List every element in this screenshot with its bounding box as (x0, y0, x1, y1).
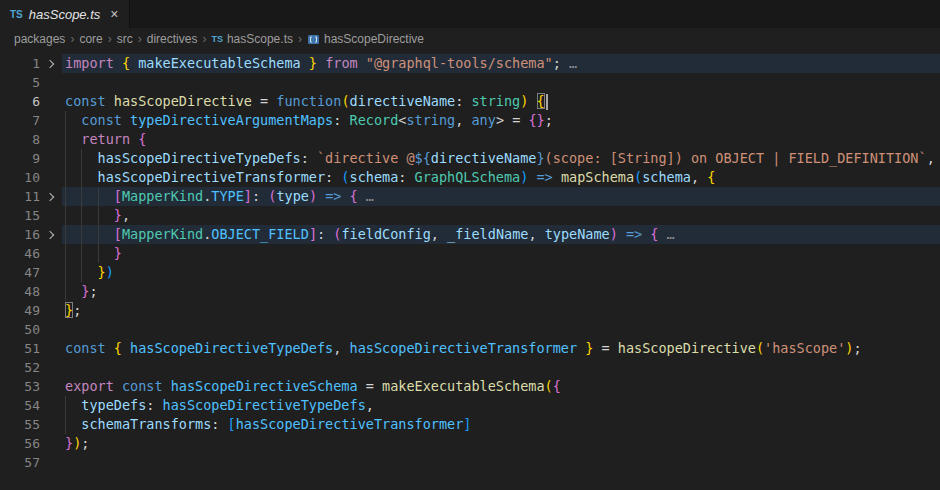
code-line[interactable]: 16 [MapperKind.OBJECT_FIELD]: (fieldConf… (0, 225, 940, 244)
code-line-content[interactable] (62, 320, 940, 339)
breadcrumb-item-hasscopedirective[interactable]: hasScopeDirective (307, 32, 424, 46)
fold-gutter (40, 263, 62, 282)
code-line-content[interactable]: const typeDirectiveArgumentMaps: Record<… (62, 111, 940, 130)
code-line-content[interactable]: }); (62, 434, 940, 453)
code-token: } (114, 207, 122, 223)
code-line-content[interactable]: }, (62, 206, 940, 225)
code-token: ( (756, 340, 764, 356)
code-line-content[interactable]: }) (62, 263, 940, 282)
code-token: hasScopeDirectiveTransformer (236, 416, 464, 432)
code-line-content[interactable]: } (62, 244, 940, 263)
code-line-content[interactable]: import { makeExecutableSchema } from "@g… (62, 54, 940, 73)
fold-chevron-icon[interactable] (40, 54, 62, 73)
code-line-content[interactable]: typeDefs: hasScopeDirectiveTypeDefs, (62, 396, 940, 415)
code-line[interactable]: 46 } (0, 244, 940, 263)
indent-guide (98, 244, 99, 263)
code-token: string (406, 112, 455, 128)
code-token (65, 131, 81, 147)
code-token: : (455, 93, 471, 109)
code-line[interactable]: 15 }, (0, 206, 940, 225)
code-line[interactable]: 50 (0, 320, 940, 339)
code-token: ) (520, 93, 536, 109)
indent-guide (65, 263, 66, 282)
indent-guide (81, 168, 82, 187)
editor[interactable]: 1import { makeExecutableSchema } from "@… (0, 50, 940, 490)
code-line[interactable]: 6const hasScopeDirective = function(dire… (0, 92, 940, 111)
code-line[interactable]: 52 (0, 358, 940, 377)
code-line[interactable]: 11 [MapperKind.TYPE]: (type) => { … (0, 187, 940, 206)
breadcrumb-item-src[interactable]: src (117, 32, 133, 46)
line-number: 15 (0, 206, 40, 225)
breadcrumb-item-core[interactable]: core (79, 32, 102, 46)
indent-guide (81, 225, 82, 244)
code-line-content[interactable]: }; (62, 301, 940, 320)
code-line-content[interactable]: }; (62, 282, 940, 301)
code-line-content[interactable]: const hasScopeDirective = function(direc… (62, 92, 940, 111)
fold-gutter (40, 453, 62, 472)
code-line-content[interactable] (62, 453, 940, 472)
code-line-content[interactable]: hasScopeDirectiveTypeDefs: `directive @$… (62, 149, 940, 168)
code-token: schemaTransforms (81, 416, 211, 432)
code-token: => (317, 188, 350, 204)
code-token: [ (114, 188, 122, 204)
code-line[interactable]: 48 }; (0, 282, 940, 301)
breadcrumb-item-hasscope-ts[interactable]: TShasScope.ts (211, 32, 293, 46)
code-token: typeDefs (81, 397, 146, 413)
code-line-content[interactable] (62, 358, 940, 377)
code-line-content[interactable] (62, 73, 940, 92)
code-token (65, 245, 114, 261)
code-token: ; (853, 340, 861, 356)
tab-hasscope[interactable]: TS hasScope.ts × (0, 0, 130, 28)
fold-gutter (40, 130, 62, 149)
code-line[interactable]: 56}); (0, 434, 940, 453)
code-line[interactable]: 57 (0, 453, 940, 472)
code-line[interactable]: 51const { hasScopeDirectiveTypeDefs, has… (0, 339, 940, 358)
line-number: 52 (0, 358, 40, 377)
line-number: 1 (0, 54, 40, 73)
code-line[interactable]: 53export const hasScopeDirectiveSchema =… (0, 377, 940, 396)
code-line-content[interactable]: [MapperKind.TYPE]: (type) => { … (62, 187, 940, 206)
code-line-content[interactable]: export const hasScopeDirectiveSchema = m… (62, 377, 940, 396)
code-token: { (350, 188, 358, 204)
code-line[interactable]: 1import { makeExecutableSchema } from "@… (0, 54, 940, 73)
code-line[interactable]: 9 hasScopeDirectiveTypeDefs: `directive … (0, 149, 940, 168)
code-token: … (358, 188, 374, 204)
code-token: const (81, 112, 130, 128)
code-token: : (398, 169, 414, 185)
code-token: ) (309, 188, 317, 204)
code-line-content[interactable]: schemaTransforms: [hasScopeDirectiveTran… (62, 415, 940, 434)
code-line[interactable]: 55 schemaTransforms: [hasScopeDirectiveT… (0, 415, 940, 434)
code-line-content[interactable]: const { hasScopeDirectiveTypeDefs, hasSc… (62, 339, 940, 358)
breadcrumb-item-packages[interactable]: packages (14, 32, 65, 46)
code-line[interactable]: 7 const typeDirectiveArgumentMaps: Recor… (0, 111, 940, 130)
fold-gutter (40, 168, 62, 187)
code-token: } (98, 264, 106, 280)
code-line[interactable]: 49}; (0, 301, 940, 320)
code-line-content[interactable]: hasScopeDirectiveTransformer: (schema: G… (62, 168, 940, 187)
code-line[interactable]: 10 hasScopeDirectiveTransformer: (schema… (0, 168, 940, 187)
code-token: type (276, 188, 309, 204)
chevron-separator-icon: › (296, 32, 304, 46)
typescript-file-icon: TS (211, 34, 223, 44)
code-line[interactable]: 5 (0, 73, 940, 92)
chevron-separator-icon: › (68, 32, 76, 46)
code-token: hasScopeDirectiveTypeDefs (163, 397, 366, 413)
code-token: ; (81, 435, 89, 451)
symbol-variable-icon (307, 33, 320, 46)
code-token: MapperKind (122, 226, 203, 242)
line-number: 50 (0, 320, 40, 339)
code-line-content[interactable]: return { (62, 130, 940, 149)
code-line[interactable]: 47 }) (0, 263, 940, 282)
indent-guide (81, 149, 82, 168)
fold-chevron-icon[interactable] (40, 225, 62, 244)
breadcrumb-item-directives[interactable]: directives (147, 32, 198, 46)
code-line-content[interactable]: [MapperKind.OBJECT_FIELD]: (fieldConfig,… (62, 225, 940, 244)
close-icon[interactable]: × (110, 7, 118, 21)
code-line[interactable]: 54 typeDefs: hasScopeDirectiveTypeDefs, (0, 396, 940, 415)
code-token: : (317, 226, 333, 242)
code-token: } (536, 150, 544, 166)
code-line[interactable]: 8 return { (0, 130, 940, 149)
fold-chevron-icon[interactable] (40, 187, 62, 206)
fold-gutter (40, 358, 62, 377)
code-token: ] (309, 226, 317, 242)
